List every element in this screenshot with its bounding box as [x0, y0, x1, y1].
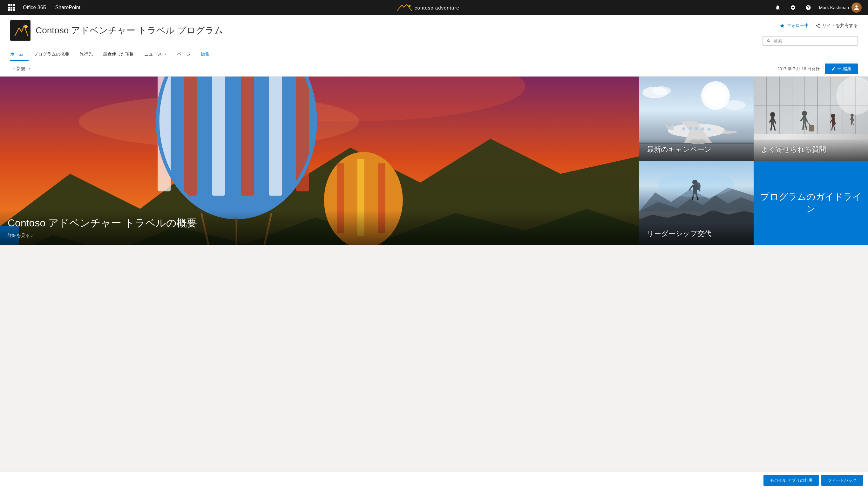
svg-point-45: [723, 100, 746, 110]
share-label: サイトを共有する: [822, 23, 858, 29]
edit-label: ✏ 編集: [837, 66, 851, 72]
mountain-logo-icon: [397, 3, 412, 12]
settings-button[interactable]: [786, 1, 800, 14]
svg-point-73: [831, 114, 835, 118]
question-icon: [805, 5, 811, 10]
hero-title: Contoso アドベンチャー トラベルの概要: [8, 216, 631, 230]
search-bar[interactable]: [763, 36, 858, 46]
campaign-overlay: 最新のキャンペーン: [639, 138, 754, 161]
svg-point-40: [682, 127, 685, 131]
follow-button[interactable]: フォロー中: [780, 23, 809, 29]
svg-point-44: [652, 86, 671, 95]
hero-tile[interactable]: Contoso アドベンチャー トラベルの概要 詳細を見る ›: [0, 76, 639, 245]
campaign-title: 最新のキャンペーン: [647, 145, 746, 154]
site-title: Contoso アドベンチャー トラベル プログラム: [36, 25, 223, 36]
svg-rect-13: [241, 76, 254, 196]
dropdown-chevron-icon: [163, 53, 167, 56]
svg-line-83: [851, 122, 851, 125]
leadership-title: リーダーシップ交代: [647, 229, 746, 238]
nav-item-pages[interactable]: ページ: [172, 48, 196, 61]
site-header: Contoso アドベンチャー トラベル プログラム フォロー中 サイトを共有す…: [0, 15, 868, 61]
chevron-down-icon: [27, 67, 32, 71]
share-icon: [815, 23, 820, 28]
nav-item-destinations[interactable]: 旅行先: [74, 48, 98, 61]
nav-center-logo: contoso adventure: [86, 3, 771, 12]
share-button[interactable]: サイトを共有する: [815, 23, 858, 29]
star-icon: [780, 23, 785, 28]
waffle-button[interactable]: [4, 0, 19, 15]
svg-point-34: [704, 85, 726, 107]
svg-point-98: [658, 172, 735, 197]
user-name: Mark Kashman: [819, 5, 849, 10]
svg-point-39: [688, 127, 692, 130]
search-input[interactable]: [773, 38, 854, 43]
waffle-icon: [8, 4, 15, 11]
svg-point-36: [708, 128, 711, 131]
sharepoint-link[interactable]: SharePoint: [50, 0, 86, 15]
user-menu[interactable]: Mark Kashman: [816, 1, 864, 14]
top-navigation: Office 365 SharePoint contoso adventure: [0, 0, 868, 15]
faq-title: よく寄せられる質問: [761, 145, 860, 154]
nav-item-recent[interactable]: 最近使った項目: [98, 48, 139, 61]
content-grid: Contoso アドベンチャー トラベルの概要 詳細を見る ›: [0, 76, 868, 245]
svg-point-65: [802, 111, 807, 116]
svg-point-59: [770, 112, 775, 117]
svg-rect-71: [809, 125, 814, 131]
site-header-top: Contoso アドベンチャー トラベル プログラム フォロー中 サイトを共有す…: [10, 20, 858, 46]
site-navigation: ホーム プログラムの概要 旅行先 最近使った項目 ニュース ページ 編集: [10, 48, 858, 61]
publish-date: 2017 年 7 月 18 日発行: [777, 66, 820, 72]
campaign-tile[interactable]: 最新のキャンペーン: [639, 76, 754, 161]
svg-point-37: [701, 127, 704, 131]
page-toolbar: + 新規 2017 年 7 月 18 日発行 ✏ 編集: [0, 61, 868, 76]
svg-point-2: [25, 25, 28, 28]
help-button[interactable]: [801, 1, 815, 14]
nav-item-news[interactable]: ニュース: [139, 48, 172, 61]
nav-right-icons: Mark Kashman: [771, 1, 864, 14]
search-icon: [767, 39, 771, 43]
new-button[interactable]: + 新規: [10, 64, 34, 74]
site-logo-icon: [12, 22, 29, 39]
user-avatar: [851, 3, 862, 13]
leadership-tile[interactable]: リーダーシップ交代: [639, 161, 754, 245]
svg-line-77: [832, 125, 832, 131]
pencil-icon: [831, 67, 836, 71]
svg-point-0: [409, 5, 410, 7]
guidelines-title: プログラムのガイドライン: [760, 191, 862, 215]
site-title-area: Contoso アドベンチャー トラベル プログラム: [10, 20, 223, 41]
follow-label: フォロー中: [787, 23, 809, 29]
svg-point-38: [695, 127, 698, 130]
logo-text: contoso adventure: [414, 5, 459, 10]
notification-button[interactable]: [771, 1, 785, 14]
bell-icon: [775, 5, 781, 10]
guidelines-content: プログラムのガイドライン: [754, 185, 868, 221]
site-header-actions: フォロー中 サイトを共有する: [763, 20, 858, 46]
guidelines-tile[interactable]: プログラムのガイドライン: [754, 161, 868, 245]
nav-item-edit[interactable]: 編集: [196, 48, 215, 61]
faq-tile[interactable]: よく寄せられる質問: [754, 76, 868, 161]
nav-item-home[interactable]: ホーム: [10, 48, 29, 61]
edit-button[interactable]: ✏ 編集: [825, 64, 858, 74]
new-label: + 新規: [13, 66, 25, 72]
toolbar-right: 2017 年 7 月 18 日発行 ✏ 編集: [777, 64, 858, 74]
svg-line-69: [803, 124, 804, 130]
leadership-overlay: リーダーシップ交代: [639, 223, 754, 245]
action-row: フォロー中 サイトを共有する: [780, 23, 858, 29]
hero-read-more[interactable]: 詳細を見る ›: [8, 233, 631, 238]
office365-link[interactable]: Office 365: [19, 0, 50, 15]
site-logo-header: contoso adventure: [397, 3, 459, 12]
svg-rect-12: [212, 76, 225, 196]
svg-rect-14: [269, 76, 282, 196]
nav-item-program[interactable]: プログラムの概要: [29, 48, 74, 61]
svg-rect-11: [184, 76, 197, 196]
gear-icon: [790, 5, 796, 10]
site-logo: [10, 20, 31, 41]
faq-overlay: よく寄せられる質問: [754, 138, 868, 161]
hero-overlay: Contoso アドベンチャー トラベルの概要 詳細を見る ›: [0, 210, 639, 245]
